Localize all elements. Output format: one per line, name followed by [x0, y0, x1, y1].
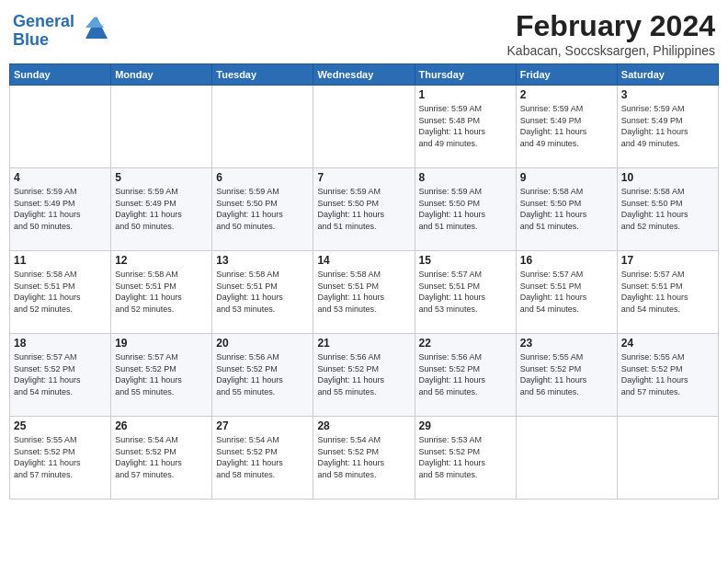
day-number: 2 — [520, 88, 613, 101]
day-info: Sunrise: 5:58 AM Sunset: 5:51 PM Dayligh… — [216, 269, 309, 315]
day-number: 7 — [317, 171, 410, 184]
calendar-cell: 4Sunrise: 5:59 AM Sunset: 5:49 PM Daylig… — [10, 168, 111, 251]
day-number: 10 — [621, 171, 714, 184]
day-number: 8 — [419, 171, 512, 184]
day-info: Sunrise: 5:59 AM Sunset: 5:49 PM Dayligh… — [621, 103, 714, 149]
day-info: Sunrise: 5:59 AM Sunset: 5:50 PM Dayligh… — [317, 186, 410, 232]
day-info: Sunrise: 5:55 AM Sunset: 5:52 PM Dayligh… — [621, 351, 714, 397]
day-info: Sunrise: 5:57 AM Sunset: 5:51 PM Dayligh… — [520, 269, 613, 315]
day-number: 14 — [317, 254, 410, 267]
calendar: SundayMondayTuesdayWednesdayThursdayFrid… — [9, 63, 719, 500]
day-info: Sunrise: 5:59 AM Sunset: 5:49 PM Dayligh… — [520, 103, 613, 149]
title-block: February 2024 Kabacan, Soccsksargen, Phi… — [507, 9, 715, 58]
day-info: Sunrise: 5:56 AM Sunset: 5:52 PM Dayligh… — [317, 351, 410, 397]
header: General Blue February 2024 Kabacan, Socc… — [9, 9, 719, 58]
day-number: 11 — [14, 254, 107, 267]
day-info: Sunrise: 5:57 AM Sunset: 5:52 PM Dayligh… — [115, 351, 208, 397]
calendar-cell: 20Sunrise: 5:56 AM Sunset: 5:52 PM Dayli… — [212, 334, 313, 417]
calendar-cell: 16Sunrise: 5:57 AM Sunset: 5:51 PM Dayli… — [516, 251, 617, 334]
day-number: 4 — [14, 171, 107, 184]
calendar-cell: 17Sunrise: 5:57 AM Sunset: 5:51 PM Dayli… — [617, 251, 718, 334]
calendar-cell: 21Sunrise: 5:56 AM Sunset: 5:52 PM Dayli… — [313, 334, 415, 417]
month-title: February 2024 — [507, 9, 715, 43]
calendar-cell — [10, 86, 111, 168]
location-title: Kabacan, Soccsksargen, Philippines — [507, 43, 715, 58]
day-number: 9 — [520, 171, 613, 184]
day-info: Sunrise: 5:56 AM Sunset: 5:52 PM Dayligh… — [419, 351, 512, 397]
day-info: Sunrise: 5:56 AM Sunset: 5:52 PM Dayligh… — [216, 351, 309, 397]
weekday-header-row: SundayMondayTuesdayWednesdayThursdayFrid… — [10, 64, 719, 86]
calendar-cell: 28Sunrise: 5:54 AM Sunset: 5:52 PM Dayli… — [313, 417, 415, 500]
calendar-cell — [313, 86, 415, 168]
calendar-cell: 7Sunrise: 5:59 AM Sunset: 5:50 PM Daylig… — [313, 168, 415, 251]
weekday-header-sunday: Sunday — [10, 64, 111, 86]
calendar-cell: 13Sunrise: 5:58 AM Sunset: 5:51 PM Dayli… — [212, 251, 313, 334]
day-number: 26 — [115, 419, 208, 432]
day-info: Sunrise: 5:53 AM Sunset: 5:52 PM Dayligh… — [419, 434, 512, 480]
day-number: 5 — [115, 171, 208, 184]
calendar-cell: 18Sunrise: 5:57 AM Sunset: 5:52 PM Dayli… — [10, 334, 111, 417]
logo-line1: General — [13, 12, 74, 30]
day-number: 6 — [216, 171, 309, 184]
svg-marker-1 — [85, 17, 104, 28]
weekday-header-monday: Monday — [111, 64, 212, 86]
day-number: 20 — [216, 337, 309, 350]
weekday-header-tuesday: Tuesday — [212, 64, 313, 86]
logo-text: General Blue — [13, 13, 74, 50]
day-info: Sunrise: 5:57 AM Sunset: 5:52 PM Dayligh… — [14, 351, 107, 397]
calendar-week-1: 1Sunrise: 5:59 AM Sunset: 5:48 PM Daylig… — [10, 86, 719, 168]
day-info: Sunrise: 5:55 AM Sunset: 5:52 PM Dayligh… — [520, 351, 613, 397]
day-number: 23 — [520, 337, 613, 350]
calendar-cell: 29Sunrise: 5:53 AM Sunset: 5:52 PM Dayli… — [415, 417, 516, 500]
day-info: Sunrise: 5:58 AM Sunset: 5:50 PM Dayligh… — [520, 186, 613, 232]
calendar-cell: 6Sunrise: 5:59 AM Sunset: 5:50 PM Daylig… — [212, 168, 313, 251]
day-number: 13 — [216, 254, 309, 267]
day-number: 24 — [621, 337, 714, 350]
day-info: Sunrise: 5:54 AM Sunset: 5:52 PM Dayligh… — [216, 434, 309, 480]
weekday-header-friday: Friday — [516, 64, 617, 86]
day-info: Sunrise: 5:55 AM Sunset: 5:52 PM Dayligh… — [14, 434, 107, 480]
calendar-cell: 25Sunrise: 5:55 AM Sunset: 5:52 PM Dayli… — [10, 417, 111, 500]
weekday-header-thursday: Thursday — [415, 64, 516, 86]
calendar-week-2: 4Sunrise: 5:59 AM Sunset: 5:49 PM Daylig… — [10, 168, 719, 251]
day-number: 19 — [115, 337, 208, 350]
day-number: 27 — [216, 419, 309, 432]
calendar-cell — [111, 86, 212, 168]
calendar-cell: 27Sunrise: 5:54 AM Sunset: 5:52 PM Dayli… — [212, 417, 313, 500]
calendar-cell: 1Sunrise: 5:59 AM Sunset: 5:48 PM Daylig… — [415, 86, 516, 168]
day-info: Sunrise: 5:54 AM Sunset: 5:52 PM Dayligh… — [115, 434, 208, 480]
calendar-cell: 26Sunrise: 5:54 AM Sunset: 5:52 PM Dayli… — [111, 417, 212, 500]
calendar-cell: 11Sunrise: 5:58 AM Sunset: 5:51 PM Dayli… — [10, 251, 111, 334]
day-number: 18 — [14, 337, 107, 350]
day-number: 17 — [621, 254, 714, 267]
logo: General Blue — [13, 13, 108, 50]
day-number: 3 — [621, 88, 714, 101]
day-info: Sunrise: 5:57 AM Sunset: 5:51 PM Dayligh… — [621, 269, 714, 315]
logo-line2: Blue — [13, 30, 49, 49]
calendar-cell: 22Sunrise: 5:56 AM Sunset: 5:52 PM Dayli… — [415, 334, 516, 417]
day-number: 16 — [520, 254, 613, 267]
calendar-cell: 12Sunrise: 5:58 AM Sunset: 5:51 PM Dayli… — [111, 251, 212, 334]
calendar-cell — [212, 86, 313, 168]
day-info: Sunrise: 5:57 AM Sunset: 5:51 PM Dayligh… — [419, 269, 512, 315]
day-info: Sunrise: 5:58 AM Sunset: 5:50 PM Dayligh… — [621, 186, 714, 232]
day-number: 29 — [419, 419, 512, 432]
calendar-cell: 14Sunrise: 5:58 AM Sunset: 5:51 PM Dayli… — [313, 251, 415, 334]
day-info: Sunrise: 5:58 AM Sunset: 5:51 PM Dayligh… — [115, 269, 208, 315]
day-info: Sunrise: 5:59 AM Sunset: 5:49 PM Dayligh… — [14, 186, 107, 232]
day-info: Sunrise: 5:59 AM Sunset: 5:49 PM Dayligh… — [115, 186, 208, 232]
calendar-week-3: 11Sunrise: 5:58 AM Sunset: 5:51 PM Dayli… — [10, 251, 719, 334]
calendar-week-5: 25Sunrise: 5:55 AM Sunset: 5:52 PM Dayli… — [10, 417, 719, 500]
calendar-cell: 8Sunrise: 5:59 AM Sunset: 5:50 PM Daylig… — [415, 168, 516, 251]
day-info: Sunrise: 5:59 AM Sunset: 5:50 PM Dayligh… — [419, 186, 512, 232]
day-number: 22 — [419, 337, 512, 350]
day-info: Sunrise: 5:59 AM Sunset: 5:48 PM Dayligh… — [419, 103, 512, 149]
calendar-cell: 9Sunrise: 5:58 AM Sunset: 5:50 PM Daylig… — [516, 168, 617, 251]
day-number: 1 — [419, 88, 512, 101]
day-number: 25 — [14, 419, 107, 432]
calendar-cell: 19Sunrise: 5:57 AM Sunset: 5:52 PM Dayli… — [111, 334, 212, 417]
calendar-cell: 5Sunrise: 5:59 AM Sunset: 5:49 PM Daylig… — [111, 168, 212, 251]
day-number: 28 — [317, 419, 410, 432]
day-info: Sunrise: 5:54 AM Sunset: 5:52 PM Dayligh… — [317, 434, 410, 480]
calendar-cell: 23Sunrise: 5:55 AM Sunset: 5:52 PM Dayli… — [516, 334, 617, 417]
